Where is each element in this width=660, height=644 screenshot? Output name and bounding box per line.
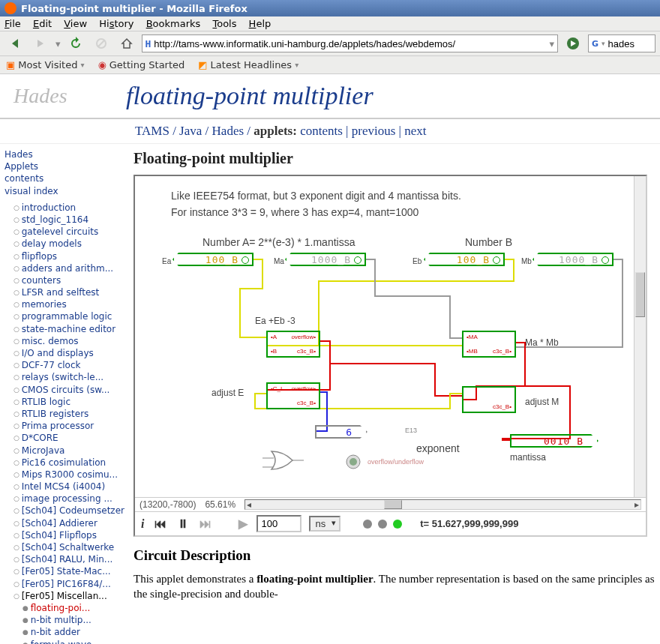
out-mant[interactable]: 0010_B — [510, 434, 598, 448]
sidebar-item[interactable]: [Fer05] State-Mac... — [4, 565, 124, 577]
sidebar-item[interactable]: delay models — [4, 238, 124, 250]
forward-button[interactable] — [30, 34, 51, 52]
sidebar-item[interactable]: [Fer05] PIC16F84/... — [4, 578, 124, 590]
sidebar-item[interactable]: MicroJava — [4, 445, 124, 457]
sidebar-item[interactable]: Intel MCS4 (i4004) — [4, 481, 124, 493]
sidebar-item[interactable]: D*CORE — [4, 432, 124, 444]
home-button[interactable] — [116, 34, 137, 52]
out-exp[interactable]: 6 — [315, 425, 368, 439]
lbl-adder: Ea +Eb -3 — [255, 316, 296, 326]
sidebar-item[interactable]: counters — [4, 274, 124, 286]
reload-button[interactable] — [65, 34, 86, 52]
sidebar-item[interactable]: Prima processor — [4, 420, 124, 432]
sidebar-item[interactable]: RTLIB logic — [4, 396, 124, 408]
sidebar-item[interactable]: gatelevel circuits — [4, 226, 124, 238]
sidebar-item-active[interactable]: floating-poi... — [4, 602, 124, 614]
bc-contents[interactable]: contents — [300, 124, 343, 138]
side-hades[interactable]: Hades — [4, 148, 124, 160]
led-grey-icon — [363, 520, 372, 529]
adder-block[interactable]: •A •B overflow• c3c_B• — [266, 331, 320, 358]
bookmark-most-visited[interactable]: ▣Most Visited▾ — [6, 59, 84, 70]
bc-next[interactable]: next — [404, 124, 426, 138]
rewind-button[interactable]: ⏮ — [153, 517, 168, 531]
sidebar-item[interactable]: [Sch04] Flipflops — [4, 529, 124, 541]
play-button[interactable]: ▶ — [237, 517, 249, 531]
menu-tools[interactable]: Tools — [212, 18, 236, 29]
sidebar-item[interactable]: misc. demos — [4, 335, 124, 347]
time-step-input[interactable] — [256, 515, 302, 532]
sidebar-item[interactable]: programmable logic — [4, 310, 124, 322]
sidebar-item[interactable]: [Sch04] Schaltwerke — [4, 541, 124, 553]
time-unit-select[interactable]: ns — [309, 516, 340, 532]
bc-hades[interactable]: Hades — [212, 124, 244, 138]
stop-button[interactable] — [91, 34, 112, 52]
sidebar-item[interactable]: n-bit adder — [4, 626, 124, 638]
sidebar-item[interactable]: Pic16 cosimulation — [4, 457, 124, 469]
search-input[interactable] — [608, 38, 652, 49]
bookmark-latest-headlines[interactable]: ◩Latest Headlines▾ — [198, 59, 298, 70]
reg-eb[interactable]: 100_B — [424, 253, 505, 266]
led-green-icon — [393, 520, 402, 529]
sidebar-item[interactable]: image processing ... — [4, 493, 124, 505]
menu-file[interactable]: File — [4, 18, 21, 29]
lbl-mantissa: mantissa — [510, 452, 546, 463]
sidebar-item[interactable]: DCF-77 clock — [4, 359, 124, 371]
circuit-canvas[interactable]: Like IEEE754 format, but 3 exponent digi… — [135, 176, 646, 497]
menu-bookmarks[interactable]: Bookmarks — [146, 18, 201, 29]
reg-ma[interactable]: 1000_B — [285, 253, 366, 266]
adjuste-block[interactable]: •C_I overflow• c3c_B• — [266, 382, 320, 409]
sidebar-item[interactable]: relays (switch-le... — [4, 371, 124, 383]
sidebar-item[interactable]: flipflops — [4, 250, 124, 262]
sidebar-item[interactable]: std_logic_1164 — [4, 214, 124, 226]
sidebar-item[interactable]: CMOS circuits (sw... — [4, 384, 124, 396]
sidebar-item[interactable]: state-machine editor — [4, 323, 124, 335]
url-dropdown-icon[interactable]: ▾ — [549, 38, 554, 49]
sidebar-item[interactable]: memories — [4, 298, 124, 310]
menu-help[interactable]: Help — [249, 18, 272, 29]
sidebar-item[interactable]: LFSR and selftest — [4, 286, 124, 298]
reg-ea[interactable]: 100_B — [172, 253, 254, 266]
adjustm-block[interactable]: c3c_B• — [462, 386, 516, 413]
sidebar-item[interactable]: [Fer05] Miscellan... — [4, 590, 124, 602]
canvas-vscroll[interactable] — [634, 176, 646, 497]
back-button[interactable] — [4, 34, 26, 52]
mul-block[interactable]: •MA •MB c3c_B• — [462, 331, 516, 358]
info-button[interactable]: i — [140, 517, 146, 531]
menu-history[interactable]: History — [99, 18, 134, 29]
bookmark-getting-started[interactable]: ◉Getting Started — [98, 59, 184, 70]
sidebar-item[interactable]: Mips R3000 cosimu... — [4, 469, 124, 481]
sidebar-item[interactable]: RTLIB registers — [4, 408, 124, 420]
canvas-hscroll[interactable]: ◂▸ — [244, 499, 641, 510]
sidebar-item[interactable]: introduction — [4, 202, 124, 214]
page-title: floating-point multiplier — [126, 82, 374, 110]
side-contents[interactable]: contents — [4, 172, 124, 184]
menu-edit[interactable]: Edit — [33, 18, 52, 29]
sidebar-item[interactable]: [Sch04] Addierer — [4, 517, 124, 529]
site-icon: H — [146, 38, 152, 49]
content-area: Floating-point multiplier Like IEEE754 f… — [128, 144, 660, 644]
side-visual[interactable]: visual index — [4, 185, 124, 197]
bc-previous[interactable]: previous — [352, 124, 396, 138]
sidebar-item[interactable]: [Sch04] RALU, Min... — [4, 553, 124, 565]
bc-java[interactable]: Java — [179, 124, 202, 138]
side-applets[interactable]: Applets — [4, 160, 124, 172]
bc-tams[interactable]: TAMS — [135, 124, 170, 138]
sidebar-item[interactable]: adders and arithm... — [4, 262, 124, 274]
fastfwd-button[interactable]: ⏭ — [198, 517, 213, 531]
reg-mb[interactable]: 1000_B — [532, 253, 614, 266]
menu-view[interactable]: View — [64, 18, 87, 29]
sidebar-item[interactable]: [Sch04] Codeumsetzer — [4, 505, 124, 517]
go-button[interactable] — [562, 34, 584, 52]
search-bar[interactable]: G▾ — [588, 34, 656, 52]
bookmarks-toolbar: ▣Most Visited▾ ◉Getting Started ◩Latest … — [0, 56, 660, 74]
nav-dropdown-icon[interactable]: ▾ — [56, 38, 61, 49]
url-bar[interactable]: H ▾ — [142, 34, 558, 52]
svg-line-1 — [98, 40, 104, 46]
sidebar-item[interactable]: formula wave... — [4, 639, 124, 645]
lbl-mul: Ma * Mb — [525, 337, 559, 348]
url-input[interactable] — [154, 38, 546, 49]
pause-button[interactable]: ⏸ — [176, 517, 190, 531]
sidebar-item[interactable]: n-bit multip... — [4, 614, 124, 626]
sidebar-item[interactable]: I/O and displays — [4, 347, 124, 359]
description-text: This applet demonstrates a floating-poin… — [134, 571, 657, 602]
